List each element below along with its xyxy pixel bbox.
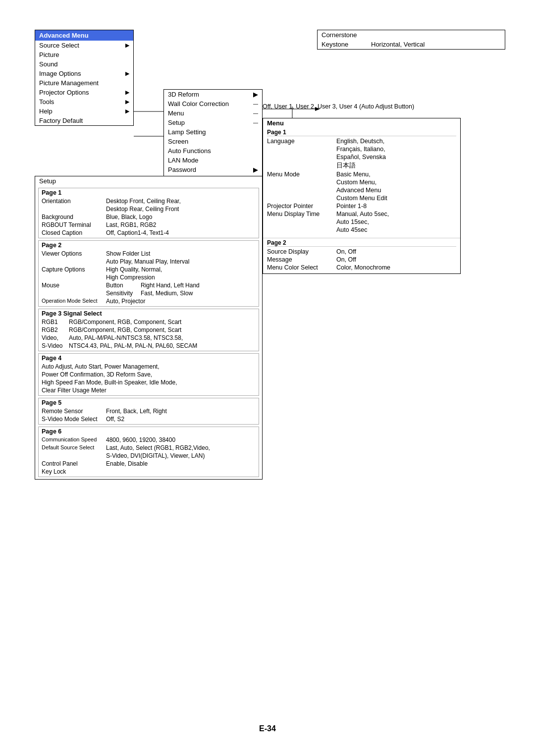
arrow-icon: ▶ [125, 89, 129, 96]
svideo-row: S-Video NTSC4.43, PAL, PAL-M, PAL-N, PAL… [42, 342, 256, 350]
setup-page6: Page 6 Communication Speed 4800, 9600, 1… [38, 427, 259, 477]
menu-language-row2: Français, Italiano, [267, 145, 456, 153]
middle-item-screen[interactable]: Screen [164, 137, 262, 146]
menu-item-image-options[interactable]: Image Options ▶ [35, 69, 133, 78]
orientation-row: Orientation Desktop Front, Ceiling Rear, [42, 197, 256, 205]
message-row: Message On, Off [267, 256, 456, 264]
rgb1-row: RGB1 RGB/Component, RGB, Component, Scar… [42, 318, 256, 326]
arrow-icon: ▶ [125, 42, 129, 49]
menu-item-tools[interactable]: Tools ▶ [35, 97, 133, 107]
setup-page4-title: Page 4 [42, 355, 256, 362]
setup-page1: Page 1 Orientation Desktop Front, Ceilin… [38, 188, 259, 238]
page4-row2: Power Off Confirmation, 3D Reform Save, [42, 371, 256, 378]
menu-mode-row4: Custom Menu Edit [267, 194, 456, 202]
advanced-menu-title: Advanced Menu [35, 30, 133, 41]
arrow-icon: ▶ [253, 91, 258, 98]
key-lock-row: Key Lock [42, 468, 256, 476]
background-row: Background Blue, Black, Logo [42, 213, 256, 221]
menu-box-right: Menu Page 1 Language English, Deutsch, F… [263, 118, 461, 274]
capture-options-row2: High Compression [42, 273, 256, 281]
page4-row1: Auto Adjust, Auto Start, Power Managemen… [42, 363, 256, 371]
arrow-icon: ▶ [125, 70, 129, 77]
setup-page3-title: Page 3 Signal Select [42, 310, 256, 317]
menu-mode-row: Menu Mode Basic Menu, [267, 170, 456, 178]
page4-row3: High Speed Fan Mode, Built-in Speaker, I… [42, 378, 256, 386]
projector-pointer-row: Projector Pointer Pointer 1-8 [267, 202, 456, 210]
middle-item-menu[interactable]: Menu — [164, 108, 262, 118]
menu-display-time-row2: Auto 15sec, [267, 218, 456, 226]
menu-color-select-row: Menu Color Select Color, Monochrome [267, 264, 456, 271]
viewer-options-row: Viewer Options Show Folder List [42, 250, 256, 258]
middle-item-password[interactable]: Password ▶ [164, 165, 262, 174]
setup-box: Setup Page 1 Orientation Desktop Front, … [35, 176, 263, 480]
menu-item-source-select[interactable]: Source Select ▶ [35, 41, 133, 50]
viewer-options-row2: Auto Play, Manual Play, Interval [42, 258, 256, 266]
menu-item-picture[interactable]: Picture [35, 50, 133, 59]
setup-page4: Page 4 Auto Adjust, Auto Start, Power Ma… [38, 353, 259, 396]
source-display-row: Source Display On, Off [267, 248, 456, 256]
menu-page2-section: Page 2 Source Display On, Off Message On… [263, 238, 460, 273]
menu-display-time-row: Menu Display Time Manual, Auto 5sec, [267, 210, 456, 218]
setup-page2-title: Page 2 [42, 242, 256, 249]
menu-item-factory-default[interactable]: Factory Default [35, 116, 133, 125]
top-right-box: Cornerstone Keystone Horizontal, Vertica… [317, 30, 505, 50]
middle-item-3d-reform[interactable]: 3D Reform ▶ [164, 90, 262, 99]
menu-item-sound[interactable]: Sound [35, 59, 133, 69]
default-source-row: Default Source Select Last, Auto, Select… [42, 444, 256, 452]
middle-menu-box: 3D Reform ▶ Wall Color Correction — Menu… [163, 89, 263, 184]
orientation-row2: Desktop Rear, Ceiling Front [42, 205, 256, 213]
setup-page5: Page 5 Remote Sensor Front, Back, Left, … [38, 398, 259, 425]
control-panel-row: Control Panel Enable, Disable [42, 460, 256, 468]
middle-item-wall-color[interactable]: Wall Color Correction — [164, 99, 262, 108]
page4-row4: Clear Filter Usage Meter [42, 386, 256, 394]
menu-mode-row3: Advanced Menu [267, 186, 456, 194]
rgbout-row: RGBOUT Terminal Last, RGB1, RGB2 [42, 221, 256, 229]
menu-page2-title: Page 2 [267, 239, 456, 247]
mouse-sensitivity-row: Sensitivity Fast, Medium, Slow [42, 289, 256, 297]
cornerstone-row: Cornerstone [318, 30, 505, 40]
middle-item-lamp-setting[interactable]: Lamp Setting [164, 127, 262, 137]
default-source-row2: S-Video, DVI(DIGITAL), Viewer, LAN) [42, 452, 256, 460]
mouse-button-row: Mouse Button Right Hand, Left Hand [42, 281, 256, 289]
comm-speed-row: Communication Speed 4800, 9600, 19200, 3… [42, 436, 256, 444]
setup-page5-title: Page 5 [42, 399, 256, 406]
menu-item-picture-management[interactable]: Picture Management [35, 78, 133, 88]
middle-item-lan-mode[interactable]: LAN Mode [164, 156, 262, 165]
setup-page1-title: Page 1 [42, 189, 256, 196]
menu-box-title: Menu [263, 118, 460, 128]
rgb2-row: RGB2 RGB/Component, RGB, Component, Scar… [42, 326, 256, 334]
menu-page1-section: Page 1 Language English, Deutsch, França… [263, 128, 460, 236]
setup-page6-title: Page 6 [42, 428, 256, 435]
middle-item-setup[interactable]: Setup — [164, 118, 262, 127]
setup-title: Setup [35, 176, 262, 186]
arrow-icon: ▶ [125, 108, 129, 114]
page-number: E-34 [20, 724, 515, 733]
arrow-icon: ▶ [253, 166, 258, 173]
operation-mode-row: Operation Mode Select Auto, Projector [42, 297, 256, 305]
setup-page3: Page 3 Signal Select RGB1 RGB/Component,… [38, 309, 259, 351]
closed-caption-row: Closed Caption Off, Caption1-4, Text1-4 [42, 229, 256, 237]
off-user-line: Off, User 1, User 2, User 3, User 4 (Aut… [263, 103, 414, 110]
arrow-icon: ▶ [125, 99, 129, 105]
remote-sensor-row: Remote Sensor Front, Back, Left, Right [42, 407, 256, 415]
menu-language-row: Language English, Deutsch, [267, 137, 456, 145]
menu-language-row4: 日本語 [267, 161, 456, 170]
menu-item-help[interactable]: Help ▶ [35, 107, 133, 116]
svideo-mode-row: S-Video Mode Select Off, S2 [42, 415, 256, 423]
menu-item-projector-options[interactable]: Projector Options ▶ [35, 88, 133, 97]
menu-page1-title: Page 1 [267, 129, 456, 136]
capture-options-row: Capture Options High Quality, Normal, [42, 266, 256, 273]
middle-item-auto-functions[interactable]: Auto Functions [164, 146, 262, 156]
menu-language-row3: Español, Svenska [267, 153, 456, 161]
menu-mode-row2: Custom Menu, [267, 178, 456, 186]
menu-display-time-row3: Auto 45sec [267, 226, 456, 234]
advanced-menu-box: Advanced Menu Source Select ▶ Picture So… [35, 30, 134, 126]
setup-page2: Page 2 Viewer Options Show Folder List A… [38, 240, 259, 307]
video-row: Video, Auto, PAL-M/PAL-N/NTSC3.58, NTSC3… [42, 334, 256, 342]
keystone-row: Keystone Horizontal, Vertical [318, 40, 505, 49]
